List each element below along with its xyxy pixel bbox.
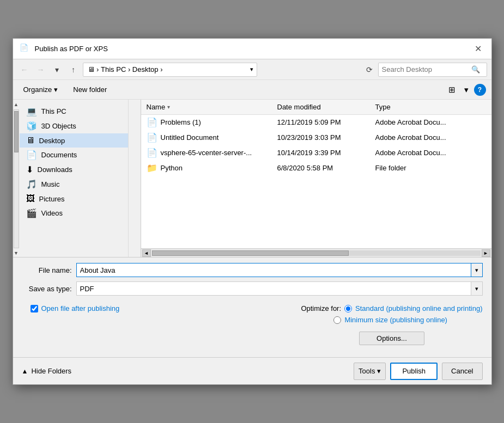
- breadcrumb-this-pc: This PC: [101, 65, 126, 73]
- col-header-name[interactable]: Name ▾: [141, 102, 272, 112]
- options-row: Open file after publishing Optimize for:…: [22, 300, 483, 352]
- savetype-label: Save as type:: [22, 285, 76, 293]
- table-row[interactable]: 📁 Python 6/8/2020 5:58 PM File folder: [141, 161, 491, 176]
- optimize-minimum-label[interactable]: Minimum size (publishing online): [333, 316, 482, 324]
- forward-button[interactable]: →: [34, 63, 48, 77]
- nav-toolbar: ← → ▾ ↑ 🖥 › This PC › Desktop › ⟳ 🔍: [13, 59, 491, 80]
- scroll-h-right[interactable]: ►: [482, 249, 490, 257]
- file-date: 6/8/2020 5:58 PM: [272, 164, 370, 172]
- publish-button[interactable]: Publish: [390, 363, 438, 380]
- footer: ▲ Hide Folders Tools ▾ Publish Cancel: [13, 357, 491, 384]
- close-button[interactable]: ✕: [472, 42, 485, 56]
- organize-button[interactable]: Organize ▾: [19, 83, 63, 96]
- table-row[interactable]: 📄 Untitled Document 10/23/2019 3:03 PM A…: [141, 130, 491, 145]
- breadcrumb-desktop: Desktop: [132, 65, 159, 73]
- title-bar-left: 📄 Publish as PDF or XPS: [20, 44, 108, 54]
- filename-input[interactable]: [76, 263, 471, 277]
- view-options: ⊞ ▾ ?: [445, 83, 486, 96]
- file-name: Python: [161, 164, 183, 172]
- file-icon-folder: 📁: [147, 163, 157, 173]
- scroll-up-arrow[interactable]: ▲: [13, 101, 20, 108]
- breadcrumb-dropdown[interactable]: 🖥 › This PC › Desktop ›: [83, 63, 257, 77]
- file-type: File folder: [370, 164, 491, 172]
- breadcrumb-separator1: ›: [95, 65, 101, 73]
- optimize-label-text: Optimize for:: [301, 304, 341, 312]
- publish-dialog: 📄 Publish as PDF or XPS ✕ ← → ▾ ↑ 🖥 › Th…: [13, 38, 492, 385]
- view-list-button[interactable]: ▾: [461, 83, 472, 96]
- sidebar-scroll: 💻This PC🧊3D Objects🖥Desktop📄Documents⬇Do…: [20, 104, 128, 220]
- col-header-type[interactable]: Type: [370, 102, 491, 112]
- action-bar: Organize ▾ New folder ⊞ ▾ ?: [13, 80, 491, 100]
- sidebar-label-pictures: Pictures: [39, 195, 65, 203]
- optimize-standard-radio[interactable]: [344, 305, 352, 312]
- filename-dropdown-btn[interactable]: ▾: [471, 263, 483, 277]
- sidebar-item-desktop[interactable]: 🖥Desktop: [20, 133, 128, 148]
- savetype-select[interactable]: PDF XPS: [76, 281, 471, 296]
- open-after-label-text: Open file after publishing: [41, 304, 120, 312]
- sidebar-icon-downloads: ⬇: [26, 164, 33, 175]
- sort-arrow-name: ▾: [167, 104, 170, 110]
- refresh-button[interactable]: ⟳: [363, 63, 376, 77]
- file-type: Adobe Acrobat Docu...: [370, 118, 491, 126]
- scroll-h-left[interactable]: ◄: [142, 249, 151, 257]
- new-folder-button[interactable]: New folder: [68, 83, 112, 96]
- savetype-row: Save as type: PDF XPS ▾: [22, 281, 483, 296]
- optimize-minimum-radio[interactable]: [333, 316, 341, 324]
- optimize-section: Optimize for: Standard (publishing onlin…: [301, 304, 482, 350]
- back-button[interactable]: ←: [17, 63, 32, 77]
- view-grid-button[interactable]: ⊞: [445, 83, 459, 96]
- sidebar-item-this-pc[interactable]: 💻This PC: [20, 104, 128, 119]
- scroll-thumb-v: [14, 111, 19, 152]
- scroll-h-track: [152, 250, 481, 256]
- optimize-standard-label[interactable]: Standard (publishing online and printing…: [344, 304, 482, 312]
- file-date: 12/11/2019 5:09 PM: [272, 118, 370, 126]
- up-button[interactable]: ↑: [66, 63, 81, 77]
- sidebar-icon-3d-objects: 🧊: [26, 121, 37, 131]
- open-after-checkbox-label[interactable]: Open file after publishing: [31, 304, 120, 312]
- file-type: Adobe Acrobat Docu...: [370, 133, 491, 142]
- sidebar-item-videos[interactable]: 🎬Videos: [20, 206, 128, 220]
- file-list-area: Name ▾ Date modified Type 📄 Problems (1)…: [141, 100, 491, 257]
- cancel-label: Cancel: [451, 367, 473, 375]
- options-button[interactable]: Options...: [359, 332, 424, 345]
- main-content: ▲ ▼ 💻This PC🧊3D Objects🖥Desktop📄Document…: [13, 100, 491, 258]
- hide-folders[interactable]: ▲ Hide Folders: [22, 367, 72, 375]
- sidebar-item-downloads[interactable]: ⬇Downloads: [20, 162, 128, 177]
- table-row[interactable]: 📄 Problems (1) 12/11/2019 5:09 PM Adobe …: [141, 115, 491, 130]
- hide-folders-label: Hide Folders: [31, 367, 71, 375]
- optimize-standard-text: Standard (publishing online and printing…: [355, 304, 482, 312]
- new-folder-label: New folder: [73, 85, 107, 94]
- optimize-minimum-text: Minimum size (publishing online): [344, 316, 447, 324]
- dialog-icon: 📄: [20, 44, 31, 54]
- breadcrumb-separator3: ›: [159, 65, 163, 73]
- sidebar-item-documents[interactable]: 📄Documents: [20, 148, 128, 162]
- file-type: Adobe Acrobat Docu...: [370, 149, 491, 157]
- open-after-checkbox[interactable]: [31, 305, 38, 312]
- tools-arrow: ▾: [377, 367, 381, 375]
- help-button[interactable]: ?: [474, 84, 486, 96]
- sidebar-item-pictures[interactable]: 🖼Pictures: [20, 192, 128, 206]
- footer-right: Tools ▾ Publish Cancel: [354, 363, 482, 380]
- sidebar-item-music[interactable]: 🎵Music: [20, 177, 128, 192]
- sidebar-scroll-controls: ▲ ▼: [13, 100, 20, 257]
- optimize-label-row: Optimize for: Standard (publishing onlin…: [301, 304, 482, 312]
- table-row[interactable]: 📄 vsphere-65-vcenter-server-... 10/14/20…: [141, 145, 491, 161]
- col-header-date[interactable]: Date modified: [272, 102, 370, 112]
- file-name: vsphere-65-vcenter-server-...: [161, 149, 252, 157]
- tools-button[interactable]: Tools ▾: [354, 363, 386, 380]
- sidebar-icon-desktop: 🖥: [26, 136, 35, 145]
- sidebar-label-downloads: Downloads: [38, 165, 72, 174]
- cancel-button[interactable]: Cancel: [442, 363, 482, 380]
- sidebar-item-3d-objects[interactable]: 🧊3D Objects: [20, 119, 128, 133]
- nav-dropdown-button[interactable]: ▾: [50, 63, 64, 77]
- tools-label: Tools: [359, 367, 375, 375]
- search-input[interactable]: [382, 65, 469, 73]
- sidebar-icon-videos: 🎬: [26, 208, 37, 218]
- publish-label: Publish: [402, 367, 426, 375]
- sidebar-label-videos: Videos: [41, 209, 63, 217]
- sidebar-label-this-pc: This PC: [41, 107, 66, 115]
- title-bar: 📄 Publish as PDF or XPS ✕: [13, 39, 491, 59]
- organize-label: Organize: [23, 85, 52, 94]
- scroll-down-arrow[interactable]: ▼: [13, 249, 20, 257]
- filename-row: File name: ▾: [22, 263, 483, 277]
